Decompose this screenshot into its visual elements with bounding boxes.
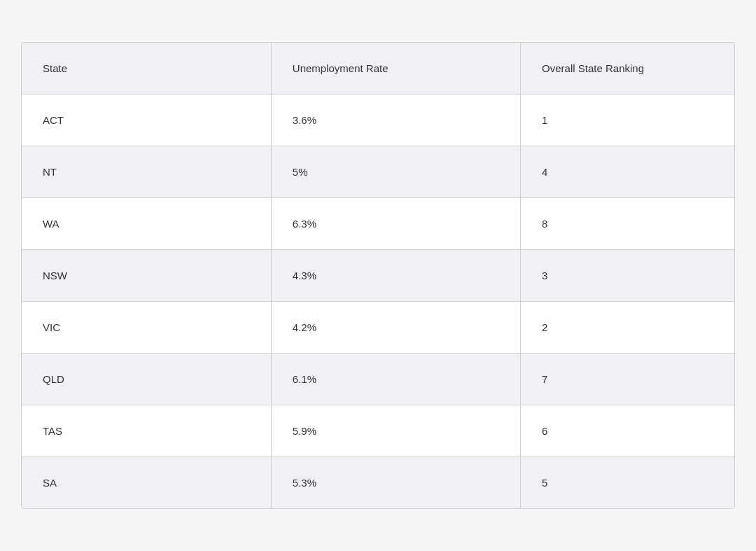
header-state: State [22,43,271,95]
cell-state: TAS [22,405,271,457]
cell-overall-ranking: 8 [521,198,734,250]
cell-overall-ranking: 7 [521,354,734,405]
cell-state: VIC [22,302,271,354]
cell-unemployment-rate: 4.3% [271,250,520,302]
cell-state: ACT [22,95,271,146]
cell-overall-ranking: 4 [521,146,734,198]
table-row: NT5%4 [22,146,734,198]
cell-overall-ranking: 1 [521,95,734,146]
cell-state: WA [22,198,271,250]
cell-unemployment-rate: 3.6% [271,95,520,146]
table-header-row: State Unemployment Rate Overall State Ra… [22,43,734,95]
cell-unemployment-rate: 6.3% [271,198,520,250]
cell-state: SA [22,457,271,509]
cell-overall-ranking: 6 [521,405,734,457]
table-row: NSW4.3%3 [22,250,734,302]
table-row: ACT3.6%1 [22,95,734,146]
cell-overall-ranking: 5 [521,457,734,509]
cell-overall-ranking: 3 [521,250,734,302]
cell-state: QLD [22,354,271,405]
cell-unemployment-rate: 5% [271,146,520,198]
table-row: WA6.3%8 [22,198,734,250]
table-row: TAS5.9%6 [22,405,734,457]
data-table: State Unemployment Rate Overall State Ra… [21,42,735,509]
table-row: VIC4.2%2 [22,302,734,354]
table-row: QLD6.1%7 [22,354,734,405]
table-row: SA5.3%5 [22,457,734,509]
header-overall-ranking: Overall State Ranking [521,43,734,95]
cell-state: NSW [22,250,271,302]
cell-state: NT [22,146,271,198]
cell-unemployment-rate: 5.3% [271,457,520,509]
cell-overall-ranking: 2 [521,302,734,354]
cell-unemployment-rate: 6.1% [271,354,520,405]
cell-unemployment-rate: 5.9% [271,405,520,457]
header-unemployment-rate: Unemployment Rate [271,43,520,95]
cell-unemployment-rate: 4.2% [271,302,520,354]
